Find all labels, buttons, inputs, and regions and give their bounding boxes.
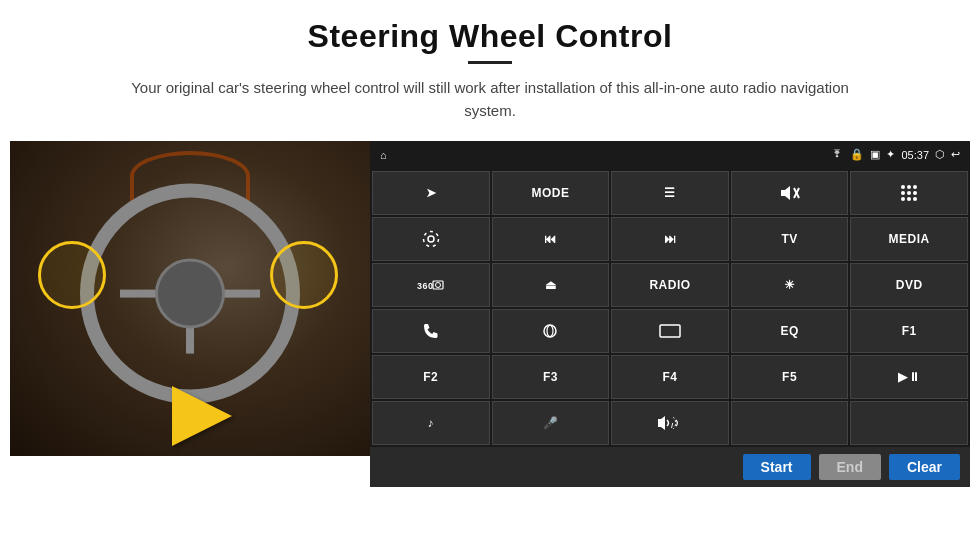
playpause-button[interactable]: ▶⏸ — [850, 355, 968, 399]
dvd-button[interactable]: DVD — [850, 263, 968, 307]
f2-button[interactable]: F2 — [372, 355, 490, 399]
end-button[interactable]: End — [819, 454, 881, 480]
tv-button[interactable]: TV — [731, 217, 849, 261]
svg-point-10 — [907, 197, 911, 201]
eq-button[interactable]: EQ — [731, 309, 849, 353]
bottom-action-bar: Start End Clear — [370, 447, 970, 487]
empty2 — [850, 401, 968, 445]
svg-point-4 — [907, 185, 911, 189]
brightness-button[interactable]: ☀ — [731, 263, 849, 307]
mode-button[interactable]: MODE — [492, 171, 610, 215]
empty1 — [731, 401, 849, 445]
list-button[interactable]: ☰ — [611, 171, 729, 215]
music-button[interactable]: ♪ — [372, 401, 490, 445]
svg-rect-18 — [660, 325, 680, 337]
svg-point-5 — [913, 185, 917, 189]
svg-point-17 — [544, 325, 556, 337]
apps-button[interactable] — [850, 171, 968, 215]
next-button[interactable]: ⏭ — [611, 217, 729, 261]
svg-point-12 — [428, 236, 434, 242]
button-grid: ➤ MODE ☰ — [370, 169, 970, 447]
left-control-highlight — [38, 241, 106, 309]
svg-point-3 — [901, 185, 905, 189]
f4-button[interactable]: F4 — [611, 355, 729, 399]
svg-point-6 — [901, 191, 905, 195]
vol-phone-button[interactable]: / — [611, 401, 729, 445]
start-button[interactable]: Start — [743, 454, 811, 480]
settings-button[interactable] — [372, 217, 490, 261]
media-button[interactable]: MEDIA — [850, 217, 968, 261]
cast-icon: ⬡ — [935, 148, 945, 161]
lock-icon: 🔒 — [850, 148, 864, 161]
svg-marker-0 — [781, 186, 790, 200]
phone-button[interactable] — [372, 309, 490, 353]
svg-marker-19 — [658, 416, 665, 430]
prev-button[interactable]: ⏮ — [492, 217, 610, 261]
f3-button[interactable]: F3 — [492, 355, 610, 399]
bt-icon: ✦ — [886, 148, 895, 161]
svg-point-7 — [907, 191, 911, 195]
page-title: Steering Wheel Control — [308, 18, 673, 55]
rect-button[interactable] — [611, 309, 729, 353]
sim-icon: ▣ — [870, 148, 880, 161]
arrow-indicator — [172, 386, 232, 446]
home-icon[interactable]: ⌂ — [380, 149, 387, 161]
svg-text:360: 360 — [417, 281, 434, 291]
title-divider — [468, 61, 512, 64]
steering-wheel-image — [10, 141, 370, 456]
svg-point-8 — [913, 191, 917, 195]
page-subtitle: Your original car's steering wheel contr… — [120, 76, 860, 123]
mute-button[interactable] — [731, 171, 849, 215]
content-row: ⌂ 🔒 ▣ ✦ 05:37 ⬡ ↩ — [10, 141, 970, 487]
right-control-highlight — [270, 241, 338, 309]
cam360-button[interactable]: 360 — [372, 263, 490, 307]
svg-line-1 — [794, 188, 799, 198]
f5-button[interactable]: F5 — [731, 355, 849, 399]
svg-point-13 — [423, 231, 438, 246]
svg-point-9 — [901, 197, 905, 201]
svg-point-16 — [435, 282, 440, 287]
svg-text:/: / — [671, 421, 674, 430]
swipe-button[interactable] — [492, 309, 610, 353]
wifi-icon — [830, 149, 844, 161]
nav-button[interactable]: ➤ — [372, 171, 490, 215]
time-display: 05:37 — [901, 149, 929, 161]
eject-button[interactable]: ⏏ — [492, 263, 610, 307]
svg-rect-15 — [433, 281, 443, 289]
radio-button[interactable]: RADIO — [611, 263, 729, 307]
f1-button[interactable]: F1 — [850, 309, 968, 353]
status-bar: ⌂ 🔒 ▣ ✦ 05:37 ⬡ ↩ — [370, 141, 970, 169]
svg-point-11 — [913, 197, 917, 201]
back-icon[interactable]: ↩ — [951, 148, 960, 161]
svg-line-2 — [794, 188, 799, 198]
mic-button[interactable]: 🎤 — [492, 401, 610, 445]
clear-button[interactable]: Clear — [889, 454, 960, 480]
control-panel: ⌂ 🔒 ▣ ✦ 05:37 ⬡ ↩ — [370, 141, 970, 487]
